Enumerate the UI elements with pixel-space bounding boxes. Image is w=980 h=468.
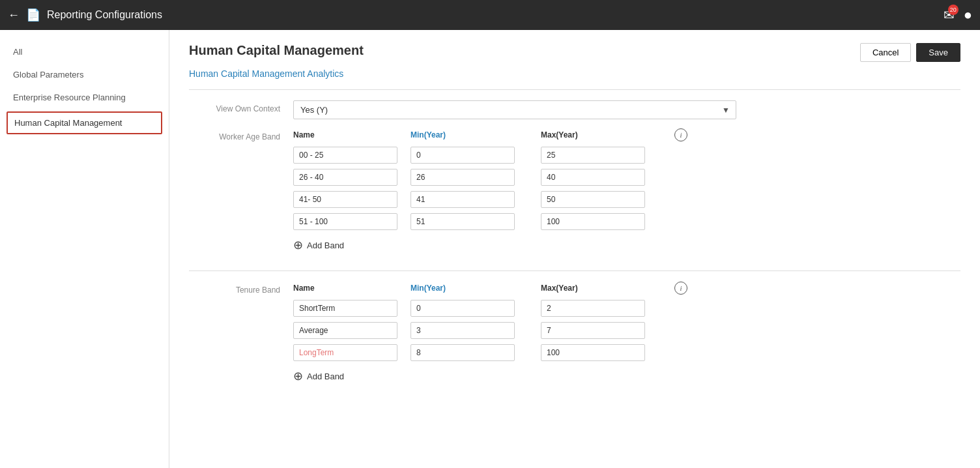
age-band-2-name[interactable]: [293, 191, 397, 208]
age-band-0-name[interactable]: [293, 147, 397, 164]
age-band-2-max[interactable]: [541, 191, 645, 208]
age-band-1-max[interactable]: [541, 169, 645, 186]
doc-icon: 📄: [26, 8, 40, 22]
add-band-icon: ⊕: [293, 238, 303, 252]
sidebar-item-human-capital-management[interactable]: Human Capital Management: [7, 111, 162, 134]
action-buttons: Cancel Save: [860, 43, 960, 62]
age-col-min-header: Min(Year): [411, 130, 541, 139]
tenure-col-name-header: Name: [293, 284, 411, 293]
sidebar-item-global-parameters[interactable]: Global Parameters: [0, 63, 169, 86]
view-own-context-row: View Own Context Yes (Y) No (N) ▼: [189, 100, 960, 119]
tenure-add-band-label: Add Band: [307, 372, 344, 381]
tenure-band-1-min[interactable]: [411, 322, 515, 339]
age-band-section: Name Min(Year) Max(Year) i: [293, 128, 960, 255]
age-band-0-min[interactable]: [411, 147, 515, 164]
age-band-info-icon[interactable]: i: [674, 128, 687, 141]
sidebar: All Global Parameters Enterprise Resourc…: [0, 30, 169, 468]
age-add-band-button[interactable]: ⊕ Add Band: [293, 235, 344, 255]
view-own-context-label: View Own Context: [189, 100, 293, 113]
age-band-3-name[interactable]: [293, 213, 397, 230]
section-subtitle: Human Capital Management Analytics: [189, 68, 960, 79]
age-col-max-header: Max(Year): [541, 130, 671, 139]
tenure-add-band-icon: ⊕: [293, 369, 303, 383]
header-left: ← 📄 Reporting Configurations: [8, 8, 162, 22]
age-band-row-2: [293, 191, 960, 208]
app-title: Reporting Configurations: [47, 9, 162, 21]
notification-badge: 20: [948, 5, 958, 15]
top-divider: [189, 89, 960, 90]
tenure-band-content: Name Min(Year) Max(Year) i: [293, 282, 960, 391]
age-band-header: Name Min(Year) Max(Year) i: [293, 128, 960, 141]
age-col-info-header: i: [671, 128, 691, 141]
tenure-band-2-max[interactable]: [541, 344, 645, 361]
tenure-band-label: Tenure Band: [189, 282, 293, 295]
age-band-2-min[interactable]: [411, 191, 515, 208]
tenure-band-0-max[interactable]: [541, 300, 645, 317]
tenure-band-row-2: [293, 344, 960, 361]
tenure-band-0-min[interactable]: [411, 300, 515, 317]
page-header: Human Capital Management Cancel Save: [189, 43, 960, 62]
tenure-band-1-name[interactable]: [293, 322, 397, 339]
age-band-1-min[interactable]: [411, 169, 515, 186]
tenure-col-min-header: Min(Year): [411, 284, 541, 293]
age-band-row-0: [293, 147, 960, 164]
tenure-band-2-min[interactable]: [411, 344, 515, 361]
main-layout: All Global Parameters Enterprise Resourc…: [0, 30, 980, 468]
worker-age-band-row: Worker Age Band Name Min(Year) Max(Year)…: [189, 128, 960, 260]
tenure-band-row-1: [293, 322, 960, 339]
age-band-3-max[interactable]: [541, 213, 645, 230]
app-header: ← 📄 Reporting Configurations ✉ 20 ●: [0, 0, 980, 30]
tenure-band-row: Tenure Band Name Min(Year) Max(Year) i: [189, 282, 960, 391]
view-own-context-select-wrap: Yes (Y) No (N) ▼: [293, 100, 736, 119]
mid-divider: [189, 271, 960, 271]
tenure-col-max-header: Max(Year): [541, 284, 671, 293]
main-content: Human Capital Management Cancel Save Hum…: [169, 30, 980, 468]
tenure-band-info-icon[interactable]: i: [674, 282, 687, 295]
tenure-band-header: Name Min(Year) Max(Year) i: [293, 282, 960, 295]
page-title: Human Capital Management: [189, 43, 364, 58]
sidebar-item-enterprise-resource-planning[interactable]: Enterprise Resource Planning: [0, 86, 169, 109]
back-button[interactable]: ←: [8, 8, 20, 22]
tenure-band-2-name[interactable]: [293, 344, 397, 361]
tenure-band-1-max[interactable]: [541, 322, 645, 339]
tenure-band-section: Name Min(Year) Max(Year) i: [293, 282, 960, 386]
user-avatar-icon[interactable]: ●: [964, 7, 972, 23]
save-button[interactable]: Save: [916, 43, 960, 62]
age-band-row-1: [293, 169, 960, 186]
tenure-band-row-0: [293, 300, 960, 317]
view-own-context-content: Yes (Y) No (N) ▼: [293, 100, 960, 119]
age-col-name-header: Name: [293, 130, 411, 139]
header-right: ✉ 20 ●: [944, 7, 972, 23]
tenure-add-band-button[interactable]: ⊕ Add Band: [293, 366, 344, 386]
sidebar-item-all[interactable]: All: [0, 40, 169, 63]
age-band-1-name[interactable]: [293, 169, 397, 186]
cancel-button[interactable]: Cancel: [860, 43, 911, 62]
age-band-0-max[interactable]: [541, 147, 645, 164]
tenure-col-info-header: i: [671, 282, 691, 295]
tenure-band-0-name[interactable]: [293, 300, 397, 317]
worker-age-band-label: Worker Age Band: [189, 128, 293, 141]
worker-age-band-content: Name Min(Year) Max(Year) i: [293, 128, 960, 260]
age-band-row-3: [293, 213, 960, 230]
age-add-band-label: Add Band: [307, 241, 344, 250]
view-own-context-select[interactable]: Yes (Y) No (N): [293, 100, 736, 119]
age-band-3-min[interactable]: [411, 213, 515, 230]
notification-button[interactable]: ✉ 20: [944, 7, 955, 23]
